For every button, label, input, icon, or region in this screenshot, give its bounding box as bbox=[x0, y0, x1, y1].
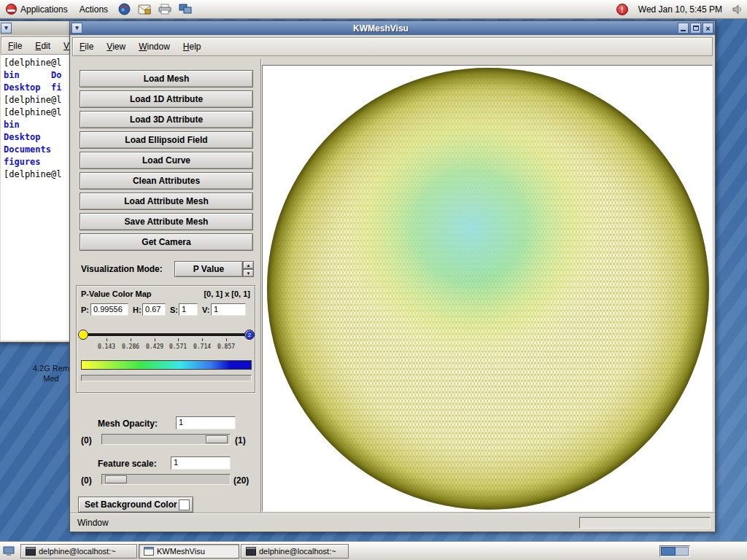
app-titlebar[interactable]: ▾ KWMeshVisu × bbox=[70, 21, 715, 35]
feature-scale-handle[interactable] bbox=[105, 475, 127, 483]
load-ellipsoid-field-button[interactable]: Load Ellipsoid Field bbox=[80, 131, 253, 149]
taskbar-item-kwmeshvisu[interactable]: KWMeshVisu bbox=[139, 544, 239, 559]
desktop-icon-label-line2: Med bbox=[29, 373, 73, 384]
get-camera-button[interactable]: Get Camera bbox=[80, 233, 253, 251]
terminal-screen[interactable]: [delphine@l bin Do Desktop fi [delphine@… bbox=[1, 55, 70, 341]
load-mesh-button[interactable]: Load Mesh bbox=[80, 70, 253, 88]
mesh-opacity-label: Mesh Opacity: bbox=[98, 419, 158, 429]
feature-scale-slider[interactable] bbox=[101, 474, 231, 485]
desktop: Applications Actions bbox=[0, 0, 747, 560]
colormap-right-handle[interactable]: 2 bbox=[244, 330, 255, 340]
terminal-line: [delphine@l bbox=[4, 168, 67, 181]
load-1d-attribute-button[interactable]: Load 1D Attribute bbox=[80, 90, 253, 108]
app-menu-window[interactable]: Window bbox=[132, 39, 177, 55]
terminal-line: Documents bbox=[4, 144, 67, 156]
render-viewport[interactable] bbox=[262, 65, 713, 512]
app-statusbar: Window bbox=[70, 513, 715, 532]
s-value-input[interactable]: 1 bbox=[179, 303, 198, 316]
browser-icon bbox=[118, 3, 131, 15]
terminal-menu-edit[interactable]: Edit bbox=[28, 38, 57, 54]
terminal-icon bbox=[26, 547, 36, 556]
taskbar-item-label: KWMeshVisu bbox=[157, 547, 205, 556]
maximize-button[interactable] bbox=[690, 23, 701, 34]
applications-menu[interactable]: Applications bbox=[0, 0, 74, 18]
save-attribute-mesh-button[interactable]: Save Attribute Mesh bbox=[80, 213, 253, 230]
terminal-titlebar[interactable]: ▾ bbox=[0, 21, 70, 35]
applications-menu-label: Applications bbox=[20, 4, 68, 15]
close-icon: × bbox=[705, 24, 710, 33]
app-window-title: KWMeshVisu bbox=[84, 23, 678, 34]
background-color-swatch[interactable] bbox=[179, 499, 190, 510]
tick-mark bbox=[226, 338, 227, 341]
statusbar-text: Window bbox=[77, 518, 109, 528]
terminal-line: [delphine@l bbox=[4, 106, 67, 119]
clock-applet[interactable]: Wed Jan 10, 5:45 PM bbox=[632, 0, 728, 18]
app-menubar: File View Window Help bbox=[72, 37, 713, 56]
top-panel: Applications Actions bbox=[0, 0, 747, 19]
range-slider-track[interactable] bbox=[82, 333, 250, 337]
visualization-mode-label: Visualization Mode: bbox=[81, 264, 163, 274]
load-3d-attribute-button[interactable]: Load 3D Attribute bbox=[80, 111, 253, 128]
terminal-line: Desktop bbox=[4, 131, 67, 144]
app-menu-file[interactable]: File bbox=[73, 39, 100, 55]
terminal-line: bin Do bbox=[4, 69, 67, 82]
statusbar-field bbox=[579, 517, 711, 529]
show-desktop-button[interactable] bbox=[1, 544, 16, 559]
printer-launcher[interactable] bbox=[158, 2, 172, 17]
mesh-opacity-max-label: (1) bbox=[235, 435, 246, 446]
taskbar-item-terminal-1[interactable]: delphine@localhost:~ bbox=[20, 544, 137, 559]
p-value-input[interactable]: 0.99556 bbox=[90, 303, 128, 316]
minimize-button[interactable] bbox=[678, 23, 689, 34]
visualization-mode-select[interactable]: P Value bbox=[174, 261, 243, 277]
tick-label: 0.143 bbox=[95, 343, 118, 350]
colormap-range-slider: 0.143 0.286 0.429 0.571 0.714 0.857 2 bbox=[77, 322, 256, 354]
terminal-menu-file[interactable]: File bbox=[1, 38, 28, 54]
actions-menu-label: Actions bbox=[80, 4, 108, 15]
close-button[interactable]: × bbox=[703, 23, 713, 34]
speaker-icon bbox=[732, 4, 744, 15]
actions-menu[interactable]: Actions bbox=[74, 0, 114, 18]
desktop-icon-removable-media[interactable]: 4.2G Rem Med bbox=[29, 363, 73, 384]
spinner-down-icon[interactable]: ▼ bbox=[243, 269, 254, 277]
mesh-opacity-input[interactable]: 1 bbox=[176, 416, 236, 429]
colormap-scrollbar[interactable] bbox=[81, 375, 252, 381]
taskbar-item-label: delphine@localhost:~ bbox=[259, 547, 336, 556]
mail-launcher[interactable] bbox=[137, 2, 152, 17]
mesh-opacity-handle[interactable] bbox=[206, 435, 228, 443]
taskbar-item-terminal-2[interactable]: delphine@localhost:~ bbox=[241, 544, 349, 559]
terminal-line: bin bbox=[4, 119, 67, 131]
feature-scale-min-label: (0) bbox=[81, 475, 92, 486]
redhat-icon bbox=[6, 4, 17, 15]
app-menu-help[interactable]: Help bbox=[177, 39, 208, 55]
feature-scale-label: Feature scale: bbox=[98, 459, 157, 469]
workspace-1[interactable] bbox=[661, 547, 676, 556]
load-attribute-mesh-button[interactable]: Load Attribute Mesh bbox=[80, 192, 253, 210]
load-curve-button[interactable]: Load Curve bbox=[80, 152, 253, 169]
feature-scale-input[interactable]: 1 bbox=[171, 456, 231, 470]
colormap-panel: P-Value Color Map [0, 1] x [0, 1] P: 0.9… bbox=[76, 285, 255, 393]
workspace-switcher bbox=[659, 545, 690, 557]
colormap-range-label: [0, 1] x [0, 1] bbox=[204, 289, 250, 298]
colormap-gradient-bar bbox=[81, 360, 252, 370]
terminal-line: figures bbox=[4, 156, 67, 168]
h-label: H: bbox=[133, 306, 142, 314]
spinner-up-icon[interactable]: ▲ bbox=[243, 261, 254, 269]
mesh-opacity-slider[interactable] bbox=[101, 434, 231, 445]
browser-launcher[interactable] bbox=[117, 2, 131, 17]
workspace-2[interactable] bbox=[676, 547, 689, 556]
monitors-launcher[interactable] bbox=[178, 2, 193, 17]
app-window-menu-icon[interactable]: ▾ bbox=[71, 23, 82, 34]
volume-applet[interactable] bbox=[731, 2, 746, 17]
clean-attributes-button[interactable]: Clean Attributes bbox=[80, 172, 253, 190]
alert-notifier[interactable]: ! bbox=[615, 2, 630, 17]
v-value-input[interactable]: 1 bbox=[211, 303, 246, 316]
tick-label: 0.571 bbox=[166, 343, 190, 350]
set-background-color-button[interactable]: Set Background Color bbox=[78, 497, 193, 513]
desktop-icon-label-line1: 4.2G Rem bbox=[29, 363, 73, 373]
tick-mark bbox=[131, 338, 131, 341]
h-value-input[interactable]: 0.67 bbox=[142, 303, 166, 316]
colormap-left-handle[interactable] bbox=[78, 330, 88, 340]
terminal-window-menu-icon[interactable]: ▾ bbox=[1, 23, 12, 34]
app-menu-view[interactable]: View bbox=[100, 39, 132, 55]
terminal-window[interactable]: ▾ File Edit V [delphine@l bin Do Desktop… bbox=[0, 20, 71, 343]
